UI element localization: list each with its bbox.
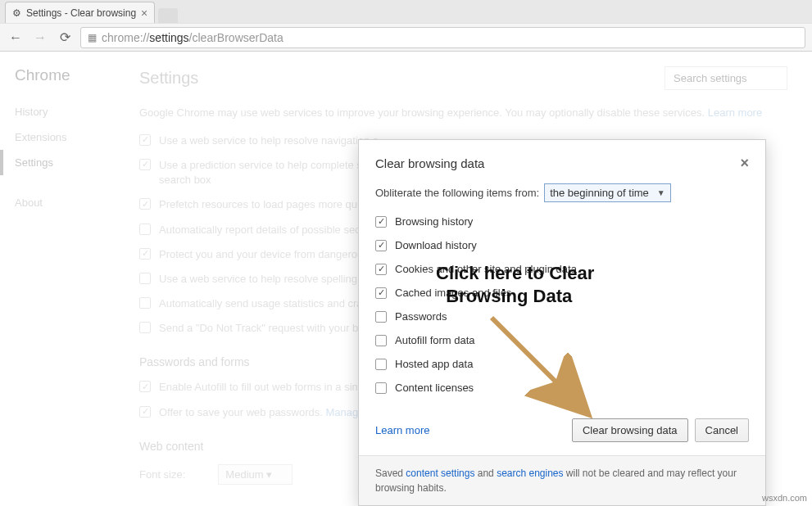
checkbox-icon[interactable] bbox=[139, 248, 151, 260]
url-prefix: chrome:// bbox=[102, 31, 149, 44]
sidebar-item-about[interactable]: About bbox=[15, 190, 115, 215]
annotation-text: Click here to Clear Browsing Data bbox=[436, 262, 594, 307]
checkbox-icon[interactable] bbox=[375, 264, 387, 275]
checkbox-icon[interactable] bbox=[139, 198, 151, 210]
learn-more-link[interactable]: Learn more bbox=[708, 106, 762, 119]
checkbox-icon[interactable] bbox=[139, 322, 151, 333]
brand-title: Chrome bbox=[15, 66, 115, 84]
url-suffix: /clearBrowserData bbox=[189, 31, 284, 44]
font-size-select[interactable]: Medium ▾ bbox=[218, 464, 293, 485]
checkbox-icon[interactable] bbox=[139, 381, 151, 392]
content-settings-link[interactable]: content settings bbox=[406, 468, 474, 479]
checkbox-icon[interactable] bbox=[375, 382, 387, 394]
checkbox-icon[interactable] bbox=[375, 287, 387, 299]
nav-bar: ← → ⟳ ▦ chrome://settings/clearBrowserDa… bbox=[0, 23, 812, 51]
page-icon: ▦ bbox=[88, 32, 97, 43]
close-tab-icon[interactable]: × bbox=[141, 7, 147, 20]
font-size-label: Font size: bbox=[139, 468, 185, 481]
checkbox-icon[interactable] bbox=[139, 134, 151, 146]
page-title: Settings bbox=[139, 69, 198, 88]
browser-chrome: ⚙ Settings - Clear browsing × ← → ⟳ ▦ ch… bbox=[0, 0, 812, 52]
back-button[interactable]: ← bbox=[7, 29, 25, 47]
clear-item[interactable]: Download history bbox=[375, 239, 749, 251]
search-engines-link[interactable]: search engines bbox=[497, 468, 563, 479]
forward-button[interactable]: → bbox=[31, 29, 49, 47]
sidebar-item-history[interactable]: History bbox=[15, 99, 115, 124]
reload-button[interactable]: ⟳ bbox=[56, 29, 74, 47]
checkbox-icon[interactable] bbox=[139, 159, 151, 170]
watermark: wsxdn.com bbox=[762, 493, 807, 503]
gear-icon: ⚙ bbox=[12, 7, 21, 19]
new-tab-button[interactable] bbox=[158, 8, 178, 23]
chevron-down-icon: ▼ bbox=[657, 188, 665, 197]
dialog-learn-more-link[interactable]: Learn more bbox=[375, 424, 429, 436]
tab-bar: ⚙ Settings - Clear browsing × bbox=[0, 0, 812, 23]
sidebar-item-extensions[interactable]: Extensions bbox=[15, 124, 115, 150]
checkbox-icon[interactable] bbox=[375, 335, 387, 346]
checkbox-icon[interactable] bbox=[375, 359, 387, 370]
annotation-arrow-icon bbox=[475, 309, 606, 432]
search-settings-input[interactable] bbox=[665, 66, 787, 90]
checkbox-icon[interactable] bbox=[375, 311, 387, 323]
browser-tab[interactable]: ⚙ Settings - Clear browsing × bbox=[5, 2, 155, 23]
dialog-close-icon[interactable]: × bbox=[740, 155, 749, 172]
cancel-button[interactable]: Cancel bbox=[695, 418, 749, 442]
checkbox-icon[interactable] bbox=[139, 297, 151, 309]
clear-item[interactable]: Browsing history bbox=[375, 215, 749, 228]
checkbox-icon[interactable] bbox=[375, 240, 387, 251]
obliterate-label: Obliterate the following items from: bbox=[375, 187, 539, 199]
url-bar[interactable]: ▦ chrome://settings/clearBrowserData bbox=[80, 27, 805, 48]
url-strong: settings bbox=[149, 31, 188, 44]
checkbox-icon[interactable] bbox=[139, 224, 151, 235]
tab-title: Settings - Clear browsing bbox=[26, 7, 136, 19]
checkbox-icon[interactable] bbox=[139, 406, 151, 418]
svg-line-0 bbox=[492, 318, 582, 408]
checkbox-icon[interactable] bbox=[139, 273, 151, 284]
sidebar-item-settings[interactable]: Settings bbox=[0, 150, 115, 175]
time-range-select[interactable]: the beginning of time ▼ bbox=[544, 183, 671, 202]
dialog-title: Clear browsing data bbox=[375, 156, 484, 170]
dialog-footer: Saved content settings and search engine… bbox=[359, 455, 765, 505]
sidebar: Chrome History Extensions Settings About bbox=[0, 52, 115, 506]
checkbox-icon[interactable] bbox=[375, 216, 387, 228]
intro-text: Google Chrome may use web services to im… bbox=[139, 105, 787, 122]
